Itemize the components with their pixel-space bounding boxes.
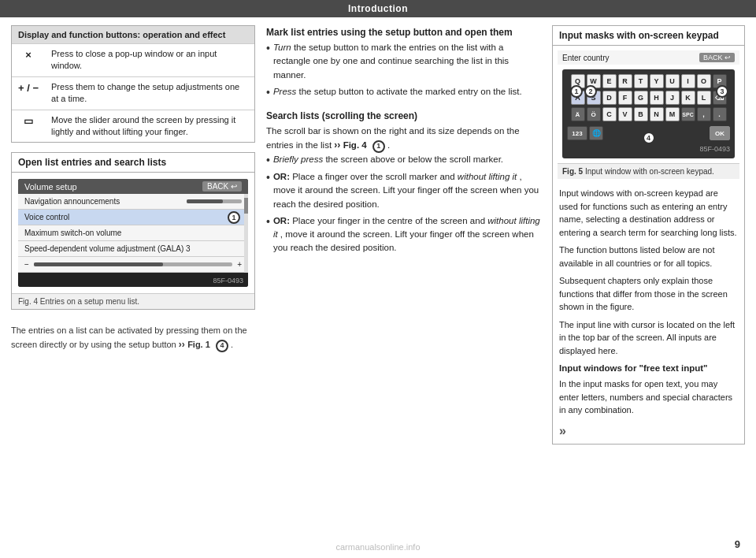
scroll-thumb: [244, 198, 248, 214]
bullet-or1-text: OR: Place a finger over the scroll marke…: [273, 170, 541, 211]
desc-slider: Move the slider around the screen by pre…: [45, 110, 254, 142]
key-accent[interactable]: Ä: [571, 107, 585, 121]
key-t[interactable]: T: [634, 74, 648, 88]
right-para-3: Subsequent chapters only explain those f…: [559, 274, 738, 314]
kb-badge-4: 4: [643, 132, 655, 144]
screen-row-4[interactable]: Speed-dependent volume adjustment (GALA)…: [18, 241, 248, 257]
bullet-press-text: Press the setup button to activate the m…: [273, 85, 522, 99]
key-accent2[interactable]: Ö: [587, 107, 601, 121]
main-content: Display and function buttons: operation …: [0, 17, 756, 558]
key-globe[interactable]: 🌐: [589, 126, 603, 140]
section2-heading: Search lists (scrolling the screen): [266, 109, 541, 123]
display-function-title: Display and function buttons: operation …: [12, 26, 254, 43]
fig5-code-text: 85F-0493: [699, 145, 730, 153]
section2-intro: The scroll bar is shown on the right and…: [266, 125, 541, 153]
bullet-dot-4: •: [266, 170, 270, 184]
or1-text1: Place a finger over the scroll marker an…: [292, 172, 458, 181]
table-row: + / − Press them to change the setup adj…: [12, 76, 254, 110]
key-123[interactable]: 123: [567, 126, 587, 140]
key-o[interactable]: O: [697, 74, 711, 88]
key-d[interactable]: D: [602, 91, 617, 105]
key-dot[interactable]: .: [713, 107, 727, 121]
fig-ref-inline: Fig. 1: [187, 340, 210, 349]
scroll-indicator: [244, 194, 248, 273]
fig-ref-code: 85F-0493: [18, 273, 248, 287]
arrow-chevron: ››: [179, 339, 187, 350]
key-c[interactable]: C: [602, 107, 617, 121]
key-l[interactable]: L: [697, 91, 711, 105]
right-para-1: Input windows with on-screen keypad are …: [559, 187, 738, 239]
kb-back-btn[interactable]: BACK ↩: [699, 53, 735, 62]
key-r[interactable]: R: [618, 74, 632, 88]
bullet-press: • Press the setup button to activate the…: [266, 85, 541, 99]
bullet-or1: • OR: Place a finger over the scroll mar…: [266, 170, 541, 211]
kb-row-3: Ä Ö C V B N M SPC , .: [567, 107, 730, 121]
key-h[interactable]: H: [650, 91, 664, 105]
bullet-or2: • OR: Place your finger in the centre of…: [266, 214, 541, 255]
screen-row-slider[interactable]: − +: [18, 257, 248, 273]
keyword-press: Press: [273, 87, 296, 96]
keyword-or1: OR:: [273, 172, 290, 181]
row-text: Voice control: [24, 213, 69, 221]
screen-rows: Navigation announcements Voice control 1…: [18, 194, 248, 273]
key-y[interactable]: Y: [650, 74, 664, 88]
kb-rows: Q W E R T Y U I O P: [567, 74, 730, 140]
key-i[interactable]: I: [681, 74, 695, 88]
keyword-turn: Turn: [273, 43, 291, 52]
slider-bar: [187, 199, 242, 203]
display-function-table: × Press to close a pop-up window or an i…: [12, 43, 254, 142]
arrow-chevron-2: ››: [334, 140, 343, 151]
badge-kb-3: 3: [716, 85, 728, 98]
key-g[interactable]: G: [634, 91, 648, 105]
key-k[interactable]: K: [681, 91, 695, 105]
key-u[interactable]: U: [665, 74, 680, 88]
slider-plus: +: [237, 260, 242, 269]
key-n[interactable]: N: [650, 107, 664, 121]
middle-column: Mark list entries using the setup button…: [266, 25, 541, 550]
slider-track: [34, 262, 232, 266]
right-column: Input masks with on-screen keypad Enter …: [552, 25, 745, 550]
fig5-code: 85F-0493: [567, 143, 730, 154]
key-space[interactable]: SPC: [681, 107, 695, 121]
fig4-ref: Fig. 4: [343, 140, 367, 150]
fig5-label: Fig. 5 Input window with on-screen keypa…: [558, 163, 739, 179]
fig5-desc: Input window with on-screen keypad.: [585, 167, 714, 176]
bullet-or2-text: OR: Place your finger in the centre of t…: [273, 214, 541, 255]
screen-header-label: Volume setup: [24, 182, 77, 192]
bullet-dot-5: •: [266, 214, 270, 229]
key-j[interactable]: J: [665, 91, 680, 105]
section-search-lists: Search lists (scrolling the screen) The …: [266, 109, 541, 259]
badge-kb-4: 4: [643, 132, 655, 144]
bullet-dot-2: •: [266, 85, 270, 99]
right-subsection-text: In the input masks for open text, you ma…: [559, 378, 738, 417]
key-b[interactable]: B: [634, 107, 648, 121]
key-comma[interactable]: ,: [697, 107, 711, 121]
kb-badge-1: 1: [570, 85, 583, 98]
key-m[interactable]: M: [665, 107, 680, 121]
page-header: Introduction: [0, 0, 756, 17]
keyboard-wrapper: Enter country BACK ↩ Q W E R T: [558, 50, 739, 179]
badge-kb-1: 1: [570, 85, 583, 98]
section2-badge: 1: [372, 140, 385, 153]
right-text-content: Input windows with on-screen keypad are …: [553, 184, 744, 444]
input-mask-title: Input masks with on-screen keypad: [553, 26, 744, 46]
slider-minus: −: [24, 260, 29, 269]
desc-x: Press to close a pop-up window or an inp…: [45, 44, 254, 77]
key-ok[interactable]: OK: [710, 126, 730, 140]
open-list-title: Open list entries and search lists: [12, 153, 254, 173]
keyword-briefly: Briefly press: [273, 154, 323, 164]
screen-header: Volume setup BACK ↩: [18, 179, 248, 194]
key-f[interactable]: F: [618, 91, 632, 105]
screen-row-1[interactable]: Navigation announcements: [18, 194, 248, 210]
bullet-briefly-text: Briefly press the screen above or below …: [273, 153, 503, 166]
page-number: 9: [735, 538, 740, 550]
screen-row-3[interactable]: Maximum switch-on volume: [18, 225, 248, 241]
key-v[interactable]: V: [618, 107, 632, 121]
key-e[interactable]: E: [602, 74, 617, 88]
screen-row-2[interactable]: Voice control 1: [18, 210, 248, 225]
header-title: Introduction: [348, 3, 408, 14]
keyword-without1: without lifting it: [458, 172, 517, 181]
back-button[interactable]: BACK ↩: [202, 181, 242, 192]
period: .: [231, 340, 233, 349]
or2-text1: Place your finger in the centre of the s…: [292, 216, 487, 225]
